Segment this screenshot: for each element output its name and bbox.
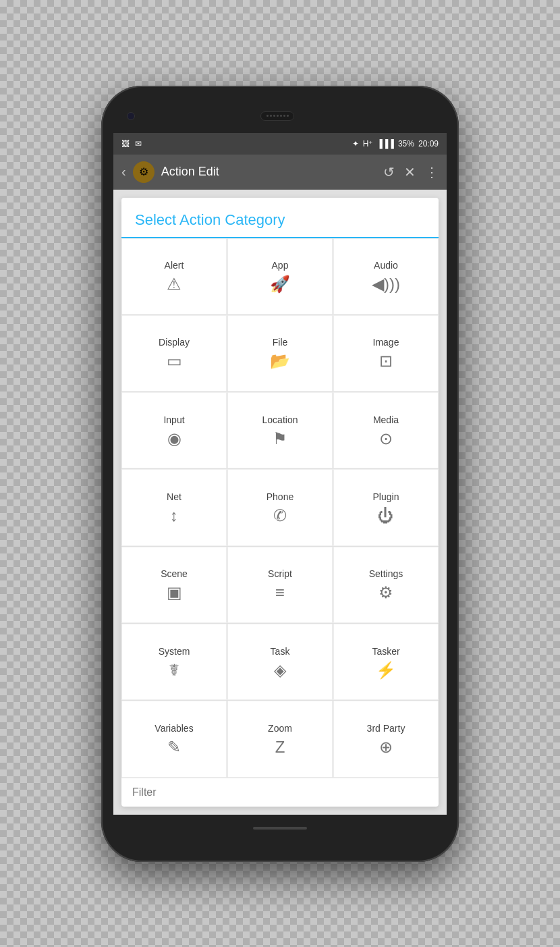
category-label-scene: Scene <box>161 568 188 579</box>
bars-icon: ▐▐▐ <box>376 139 394 148</box>
category-icon-plugin: ⏻ <box>378 508 394 524</box>
status-right-icons: ✦ H⁺ ▐▐▐ 35% 20:09 <box>352 139 439 148</box>
category-icon-input: ◉ <box>167 431 181 447</box>
category-label-plugin: Plugin <box>373 491 399 502</box>
home-indicator <box>253 827 307 830</box>
category-cell-image[interactable]: Image⊡ <box>333 315 439 391</box>
phone-top-bar <box>113 99 447 133</box>
app-icon-glyph: ⚙ <box>139 165 148 178</box>
category-label-3rd-party: 3rd Party <box>367 723 405 734</box>
category-icon-net: ↕ <box>170 508 178 524</box>
category-label-display: Display <box>159 337 190 348</box>
category-label-app: App <box>272 260 289 271</box>
category-cell-settings[interactable]: Settings⚙ <box>333 547 439 623</box>
status-left-icons: 🖼 ✉ <box>121 139 142 148</box>
time-display: 20:09 <box>418 139 439 148</box>
category-icon-phone: ✆ <box>273 508 287 524</box>
category-icon-settings: ⚙ <box>379 585 393 601</box>
dialog-card: Select Action Category Alert⚠App🚀Audio◀)… <box>121 198 439 807</box>
category-cell-file[interactable]: File📂 <box>227 315 333 391</box>
category-icon-task: ◈ <box>274 662 286 678</box>
category-cell-plugin[interactable]: Plugin⏻ <box>333 469 439 545</box>
category-icon-file: 📂 <box>270 353 290 369</box>
category-icon-media: ⊙ <box>379 431 393 447</box>
category-cell-variables[interactable]: Variables✎ <box>121 701 227 777</box>
category-cell-task[interactable]: Task◈ <box>227 624 333 700</box>
category-icon-zoom: Z <box>275 739 285 755</box>
category-cell-media[interactable]: Media⊙ <box>333 392 439 468</box>
category-icon-3rd-party: ⊕ <box>379 739 393 755</box>
bluetooth-icon: ✦ <box>352 139 359 148</box>
category-cell-tasker[interactable]: Tasker⚡ <box>333 624 439 700</box>
app-toolbar: ‹ ⚙ Action Edit ↺ ✕ ⋮ <box>113 155 447 190</box>
status-bar: 🖼 ✉ ✦ H⁺ ▐▐▐ 35% 20:09 <box>113 133 447 155</box>
category-label-file: File <box>273 337 288 348</box>
category-icon-scene: ▣ <box>167 585 182 601</box>
category-grid: Alert⚠App🚀Audio◀)))Display▭File📂Image⊡In… <box>121 238 439 778</box>
category-cell-location[interactable]: Location⚑ <box>227 392 333 468</box>
category-cell-alert[interactable]: Alert⚠ <box>121 238 227 315</box>
category-cell-system[interactable]: System☤ <box>121 624 227 700</box>
category-cell-3rd-party[interactable]: 3rd Party⊕ <box>333 701 439 777</box>
category-cell-input[interactable]: Input◉ <box>121 392 227 468</box>
category-label-alert: Alert <box>165 260 184 271</box>
phone-device: 🖼 ✉ ✦ H⁺ ▐▐▐ 35% 20:09 ‹ ⚙ Action Edit ↺… <box>101 86 459 862</box>
category-label-media: Media <box>373 414 399 425</box>
category-label-script: Script <box>268 568 292 579</box>
category-icon-tasker: ⚡ <box>376 662 396 678</box>
dialog-header: Select Action Category <box>121 198 439 238</box>
refresh-button[interactable]: ↺ <box>383 164 395 180</box>
category-label-settings: Settings <box>369 568 403 579</box>
more-button[interactable]: ⋮ <box>425 164 439 180</box>
category-cell-script[interactable]: Script≡ <box>227 547 333 623</box>
category-label-system: System <box>159 646 190 657</box>
signal-icon: H⁺ <box>363 139 373 148</box>
category-label-phone: Phone <box>267 491 293 502</box>
category-label-tasker: Tasker <box>372 646 399 657</box>
category-label-net: Net <box>167 491 181 502</box>
category-icon-script: ≡ <box>275 585 285 601</box>
category-icon-system: ☤ <box>169 662 179 678</box>
category-icon-audio: ◀))) <box>372 276 400 292</box>
category-label-location: Location <box>262 414 298 425</box>
category-icon-app: 🚀 <box>270 276 290 292</box>
main-content: Select Action Category Alert⚠App🚀Audio◀)… <box>113 190 447 815</box>
battery-icon: 35% <box>398 139 414 148</box>
image-status-icon: 🖼 <box>121 139 130 148</box>
category-label-audio: Audio <box>374 260 398 271</box>
phone-screen: 🖼 ✉ ✦ H⁺ ▐▐▐ 35% 20:09 ‹ ⚙ Action Edit ↺… <box>113 133 447 815</box>
category-cell-display[interactable]: Display▭ <box>121 315 227 391</box>
toolbar-actions: ↺ ✕ ⋮ <box>383 164 439 180</box>
back-button[interactable]: ‹ <box>121 164 126 180</box>
category-label-zoom: Zoom <box>268 723 292 734</box>
category-icon-location: ⚑ <box>273 431 287 447</box>
category-cell-zoom[interactable]: ZoomZ <box>227 701 333 777</box>
category-cell-phone[interactable]: Phone✆ <box>227 469 333 545</box>
app-icon: ⚙ <box>133 161 155 183</box>
category-icon-image: ⊡ <box>379 353 393 369</box>
toolbar-title: Action Edit <box>161 165 376 179</box>
category-cell-app[interactable]: App🚀 <box>227 238 333 315</box>
mail-status-icon: ✉ <box>135 139 142 148</box>
category-icon-display: ▭ <box>167 353 182 369</box>
category-label-variables: Variables <box>155 723 193 734</box>
close-button[interactable]: ✕ <box>404 164 416 180</box>
category-cell-scene[interactable]: Scene▣ <box>121 547 227 623</box>
filter-input[interactable] <box>132 786 428 799</box>
category-icon-alert: ⚠ <box>167 276 181 292</box>
category-cell-net[interactable]: Net↕ <box>121 469 227 545</box>
category-cell-audio[interactable]: Audio◀))) <box>333 238 439 315</box>
filter-bar <box>121 778 439 807</box>
category-label-task: Task <box>271 646 290 657</box>
camera-area <box>127 112 135 120</box>
front-camera <box>127 112 135 120</box>
speaker-grille <box>260 111 294 121</box>
category-label-input: Input <box>163 414 184 425</box>
category-icon-variables: ✎ <box>167 739 181 755</box>
phone-bottom <box>253 815 307 842</box>
dialog-title: Select Action Category <box>135 211 425 229</box>
category-label-image: Image <box>373 337 399 348</box>
